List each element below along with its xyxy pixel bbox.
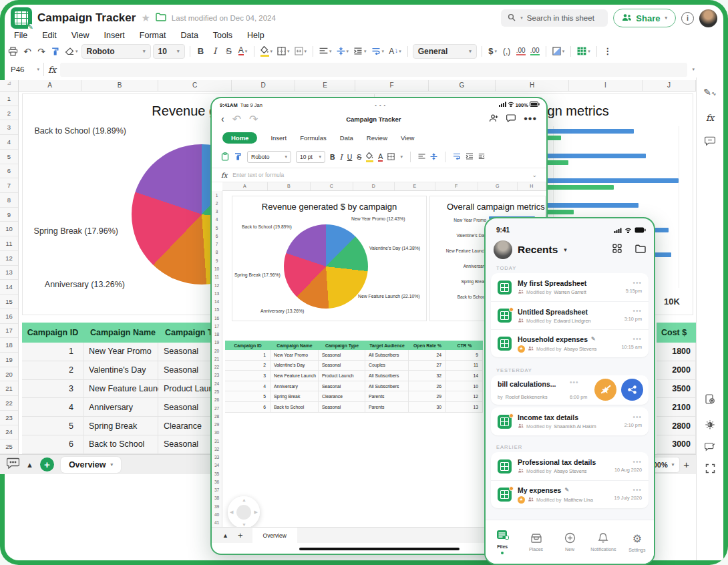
list-item[interactable]: Untitled Spreadsheet Modified byEdward L… <box>491 301 649 329</box>
comment-icon[interactable] <box>506 113 516 125</box>
table-cell[interactable]: Valentine's Day <box>270 361 319 371</box>
column-header-C[interactable]: C <box>311 182 353 190</box>
column-header-C[interactable]: C <box>158 80 232 91</box>
list-item[interactable]: My expenses✎ ★Modified byMatthew Lina ••… <box>491 480 649 508</box>
formula-expand-caret-icon[interactable]: ▾ <box>692 67 695 72</box>
decrease-decimal-icon[interactable]: .00 <box>515 44 527 59</box>
nav-files[interactable]: Files <box>486 520 519 564</box>
select-all-corner[interactable]: ⊿ <box>0 80 19 91</box>
more-icon[interactable]: ••• <box>524 113 537 125</box>
row-header-19[interactable]: 19 <box>0 353 18 367</box>
name-box[interactable]: P46▾ <box>7 63 44 76</box>
feedback-icon[interactable] <box>697 442 723 453</box>
row-header-22[interactable]: 22 <box>0 396 18 411</box>
row-header-27[interactable]: 27 <box>212 404 222 412</box>
add-collaborator-icon[interactable] <box>489 113 498 125</box>
row-header-3[interactable]: 3 <box>212 208 222 216</box>
kebab-icon[interactable]: ••• <box>632 281 642 285</box>
nav-new[interactable]: New <box>553 520 586 564</box>
table-cell[interactable]: 5 <box>225 391 270 402</box>
indent-right-icon[interactable] <box>478 153 485 161</box>
ribbon-tab-home[interactable]: Home <box>222 132 257 144</box>
table-cell[interactable]: New Year Promo <box>83 343 158 361</box>
row-header-11[interactable]: 11 <box>0 236 18 251</box>
row-header-30[interactable]: 30 <box>212 429 222 437</box>
kebab-icon[interactable]: ••• <box>632 415 642 419</box>
table-cell[interactable]: 5 <box>22 417 83 435</box>
row-header-20[interactable]: 20 <box>212 347 222 355</box>
table-cell[interactable]: 4 <box>22 398 83 417</box>
column-header-I[interactable]: I <box>569 80 643 91</box>
tablet-row-headers[interactable]: 1234567891011121314151617181920212223242… <box>212 191 222 527</box>
row-header-3[interactable]: 3 <box>0 120 18 135</box>
menu-view[interactable]: View <box>64 29 97 43</box>
increase-decimal-icon[interactable]: .00 <box>529 44 541 59</box>
tablet-sheet-tab-overview[interactable]: Overview <box>252 528 297 544</box>
row-header-18[interactable]: 18 <box>212 331 222 339</box>
share-action-button[interactable] <box>621 379 643 401</box>
row-header-26[interactable]: 26 <box>212 396 222 404</box>
align-icon[interactable]: ▾ <box>318 44 333 59</box>
number-format-select[interactable]: General▾ <box>413 44 477 59</box>
cost-cell[interactable]: 3000 <box>657 435 696 454</box>
font-size-select[interactable]: 10▾ <box>153 44 185 59</box>
fill-color-icon[interactable]: ▾ <box>259 44 275 59</box>
unstar-action-button[interactable]: ★ <box>594 379 616 401</box>
menu-edit[interactable]: Edit <box>35 29 64 43</box>
nav-notifications[interactable]: Notifications <box>586 520 620 564</box>
table-cell[interactable]: Product Launch <box>319 371 365 381</box>
row-header-40[interactable]: 40 <box>212 510 222 518</box>
table-cell[interactable]: 26 <box>409 381 446 392</box>
row-header-5[interactable]: 5 <box>212 224 222 232</box>
menu-file[interactable]: File <box>7 29 35 43</box>
column-header-B[interactable]: B <box>268 182 311 190</box>
table-cell[interactable]: 32 <box>409 371 446 381</box>
ribbon-tab-data[interactable]: Data <box>340 134 353 142</box>
table-cell[interactable]: 11 <box>446 361 483 371</box>
add-sheet-button[interactable]: + <box>40 457 54 472</box>
row-header-21[interactable]: 21 <box>0 381 18 396</box>
table-cell[interactable]: Spring Break <box>83 417 158 435</box>
currency-icon[interactable]: $▾ <box>487 44 499 59</box>
row-header-15[interactable]: 15 <box>212 306 222 314</box>
row-header-7[interactable]: 7 <box>0 178 18 193</box>
table-cell[interactable]: 1 <box>225 350 270 361</box>
row-header-24[interactable]: 24 <box>212 379 222 387</box>
row-header-36[interactable]: 36 <box>212 478 222 486</box>
row-header-20[interactable]: 20 <box>0 367 18 382</box>
folder-icon[interactable] <box>156 12 166 24</box>
comments-icon[interactable] <box>7 457 19 472</box>
row-header-9[interactable]: 9 <box>212 256 222 264</box>
table-cell[interactable]: All Subscribers <box>365 350 409 361</box>
table-cell[interactable]: 3 <box>225 371 270 381</box>
table-cell[interactable]: Parents <box>365 391 409 402</box>
column-header-D[interactable]: D <box>353 182 395 190</box>
menu-data[interactable]: Data <box>173 29 205 43</box>
table-cell[interactable]: Back to School <box>270 402 319 413</box>
row-header-25[interactable]: 25 <box>212 387 222 395</box>
row-header-38[interactable]: 38 <box>212 494 222 502</box>
recents-caret-icon[interactable]: ▾ <box>564 246 567 253</box>
conditional-format-icon[interactable]: ▾ <box>551 44 566 59</box>
column-headers[interactable]: ABCDEFGHIJ <box>19 80 696 91</box>
italic-icon[interactable]: I <box>340 153 343 161</box>
table-cell[interactable]: Spring Break <box>270 391 319 402</box>
formula-input[interactable] <box>60 63 687 77</box>
table-cell[interactable]: 29 <box>409 391 446 402</box>
list-item[interactable]: Household expenses✎ ★Modified byAbayo St… <box>491 329 649 357</box>
tablet-formula-input[interactable]: Enter text or formula <box>232 172 526 178</box>
recents-title[interactable]: Recents <box>518 244 558 256</box>
column-header-E[interactable]: E <box>395 182 435 190</box>
ribbon-tab-insert[interactable]: Insert <box>270 134 287 142</box>
borders-icon[interactable]: ▾ <box>276 44 291 59</box>
column-header-A[interactable]: A <box>19 80 81 91</box>
document-title[interactable]: Campaign Tracker <box>37 11 136 25</box>
grid-view-icon[interactable] <box>612 244 622 256</box>
ribbon-tab-view[interactable]: View <box>401 134 414 142</box>
comment-panel-icon[interactable] <box>697 136 723 148</box>
cost-cell[interactable]: 1800 <box>657 343 696 361</box>
row-header-28[interactable]: 28 <box>212 412 222 420</box>
table-cell[interactable]: 3 <box>22 380 83 399</box>
list-item[interactable]: Professional tax details Modified byAbay… <box>491 452 649 480</box>
undo-icon[interactable]: ↶ <box>21 44 33 59</box>
